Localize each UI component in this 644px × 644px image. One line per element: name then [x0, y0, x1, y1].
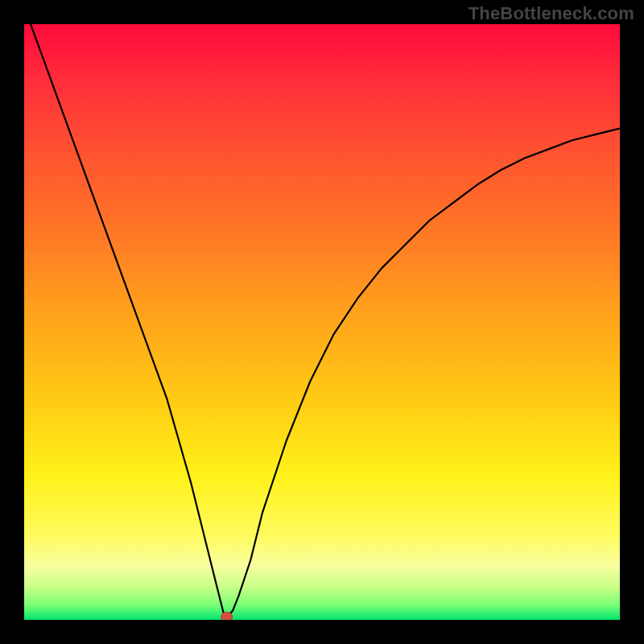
watermark-text: TheBottleneck.com: [469, 3, 634, 24]
optimal-point-marker: [221, 612, 233, 620]
bottleneck-curve: [24, 24, 620, 617]
chart-frame: TheBottleneck.com: [0, 0, 644, 644]
plot-area: [24, 24, 620, 620]
curve-svg: [24, 24, 620, 620]
